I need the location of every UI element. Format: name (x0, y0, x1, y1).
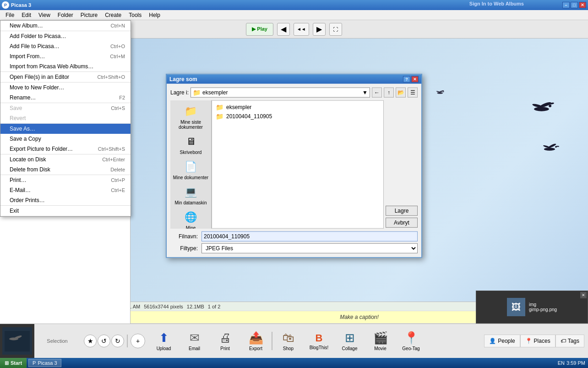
next-button[interactable]: ◄◄ (294, 23, 309, 36)
svg-point-11 (439, 90, 444, 93)
upload-button[interactable]: ⬆ Upload (149, 325, 179, 357)
forward-button[interactable]: ▶ (313, 23, 326, 36)
menu-exit[interactable]: Exit (0, 206, 131, 216)
shortcut-my-docs[interactable]: 📄 Mine dokumenter (172, 157, 210, 181)
mini-thumb-close-button[interactable]: ✕ (580, 292, 587, 298)
menu-help[interactable]: Help (145, 10, 164, 20)
print-button[interactable]: 🖨 Print (210, 325, 240, 357)
export-button[interactable]: 📤 Export (241, 325, 271, 357)
close-button[interactable]: ✕ (579, 2, 586, 8)
fullscreen-icon: ⛶ (333, 27, 338, 32)
print-label: Print (220, 346, 230, 351)
menu-import-web[interactable]: Import from Picasa Web Albums… (0, 61, 131, 71)
start-button[interactable]: ⊞ Start (0, 358, 27, 368)
nav-new-folder-button[interactable]: 📂 (396, 87, 406, 97)
rotate-right-button[interactable]: ↻ (111, 335, 124, 347)
nav-back-button[interactable]: ← (372, 87, 382, 97)
menu-new-album[interactable]: New Album… Ctrl+N (0, 21, 131, 31)
dialog-help-button[interactable]: ? (403, 76, 410, 82)
desktop-icon: 🖥 (183, 134, 199, 148)
save-files-panel: 📁 eksempler 📁 20100404_110905 (212, 100, 384, 228)
shortcut-desktop[interactable]: 🖥 Skrivebord (172, 132, 210, 156)
geotag-button[interactable]: 📍 Geo-Tag (396, 325, 426, 357)
menu-picture[interactable]: Picture (77, 10, 101, 20)
menu-add-file[interactable]: Add File to Picasa… Ctrl+O (0, 41, 131, 51)
prev-button[interactable]: ◀ (277, 23, 290, 36)
export-icon: 📤 (249, 331, 263, 345)
menu-section-1: New Album… Ctrl+N (0, 21, 131, 31)
menu-tools[interactable]: Tools (125, 10, 145, 20)
file-item-eksempler[interactable]: 📁 eksempler (214, 102, 381, 111)
movie-button[interactable]: 🎬 Movie (365, 325, 395, 357)
menu-export-picture[interactable]: Export Picture to Folder… Ctrl+Shift+S (0, 144, 131, 154)
menu-delete-disk[interactable]: Delete from Disk Delete (0, 165, 131, 175)
tags-button[interactable]: 🏷 Tags (555, 335, 584, 347)
file-item-20100404[interactable]: 📁 20100404_110905 (214, 111, 381, 121)
people-label: People (498, 338, 515, 344)
shop-button[interactable]: 🛍 Shop (273, 325, 303, 357)
save-shortcuts-panel: 📁 Mine siste dokumenter 🖥 Skrivebord 📄 M… (170, 100, 212, 228)
shortcut-computer-label: Min datamaskin (174, 200, 207, 205)
menu-print[interactable]: Print… Ctrl+P (0, 175, 131, 185)
menu-open-editor[interactable]: Open File(s) in an Editor Ctrl+Shift+O (0, 72, 131, 82)
nav-left-icon: ◄◄ (297, 27, 306, 32)
places-button[interactable]: 📍 Places (520, 335, 555, 347)
menu-import-from[interactable]: Import From… Ctrl+M (0, 51, 131, 61)
dialog-controls: ? ✕ (403, 76, 419, 82)
save-location-dropdown[interactable]: 📁 eksempler ▼ (191, 87, 370, 97)
save-dialog-title: Lagre som (169, 76, 197, 82)
menu-add-folder[interactable]: Add Folder to Picasa… (0, 31, 131, 41)
upload-icon: ⬆ (159, 331, 169, 345)
nav-view-button[interactable]: ☰ (408, 87, 418, 97)
shortcut-my-computer[interactable]: 💻 Min datamaskin (172, 182, 210, 207)
menu-folder[interactable]: Folder (54, 10, 77, 20)
star-button[interactable]: ★ (84, 335, 97, 347)
menu-move-folder[interactable]: Move to New Folder… (0, 82, 131, 93)
play-button[interactable]: ▶ Play (246, 23, 273, 36)
menu-create[interactable]: Create (101, 10, 125, 20)
menu-save: Save Ctrl+S (0, 103, 131, 113)
menu-section-open: Open File(s) in an Editor Ctrl+Shift+O (0, 72, 131, 82)
filename-input[interactable] (201, 231, 418, 241)
maximize-button[interactable]: □ (571, 2, 578, 8)
signin-link[interactable]: Sign In to Web Albums (469, 1, 524, 6)
save-dialog: Lagre som ? ✕ Lagre i: 📁 eksempler ▼ ← ↑… (166, 73, 422, 258)
svg-point-3 (549, 104, 551, 107)
minimize-button[interactable]: – (562, 2, 570, 8)
add-to-album-button[interactable]: + (131, 334, 145, 348)
nav-up-button[interactable]: ↑ (384, 87, 394, 97)
shortcut-recent-docs[interactable]: 📁 Mine siste dokumenter (172, 102, 210, 131)
dialog-close-button[interactable]: ✕ (411, 76, 419, 82)
menu-save-copy[interactable]: Save a Copy (0, 134, 131, 144)
shortcut-network-label: Mine nettverkssteder (173, 225, 209, 228)
menu-view[interactable]: View (35, 10, 54, 20)
menu-edit[interactable]: Edit (18, 10, 35, 20)
tool-divider (272, 332, 272, 350)
menu-rename[interactable]: Rename… F2 (0, 93, 131, 103)
menu-save-as[interactable]: Save As… (0, 124, 131, 134)
collage-button[interactable]: ⊞ Collage (335, 325, 365, 357)
menu-locate-disk[interactable]: Locate on Disk Ctrl+Enter (0, 154, 131, 165)
menu-order-prints[interactable]: Order Prints… (0, 195, 131, 205)
rotate-left-button[interactable]: ↺ (98, 335, 110, 347)
taskbar-picasa[interactable]: P Picasa 3 (28, 359, 61, 367)
app-title: Picasa 3 (11, 2, 31, 8)
cancel-button[interactable]: Avbryt (386, 217, 418, 227)
people-button[interactable]: 👤 People (484, 335, 520, 347)
folder-item-icon-2: 📁 (216, 112, 223, 120)
shortcut-recent-label: Mine siste dokumenter (173, 119, 209, 129)
email-icon: ✉ (190, 331, 200, 345)
shop-label: Shop (283, 346, 294, 351)
mini-thumb-content: 🖼 img gimp-png.png (507, 298, 557, 316)
menu-email[interactable]: E-Mail… Ctrl+E (0, 185, 131, 195)
file-menu-dropdown: New Album… Ctrl+N Add Folder to Picasa… … (0, 20, 131, 217)
taskbar: ⊞ Start P Picasa 3 EN 3:59 PM (0, 358, 588, 368)
filetype-select[interactable]: JPEG Files (201, 243, 418, 253)
menu-file[interactable]: File (2, 10, 18, 20)
save-button[interactable]: Lagre (386, 205, 418, 215)
shortcut-network[interactable]: 🌐 Mine nettverkssteder (172, 208, 210, 228)
fullscreen-button[interactable]: ⛶ (329, 23, 342, 36)
upload-label: Upload (157, 346, 171, 351)
email-button[interactable]: ✉ Email (180, 325, 209, 357)
blog-button[interactable]: B BlogThis! (304, 325, 334, 357)
